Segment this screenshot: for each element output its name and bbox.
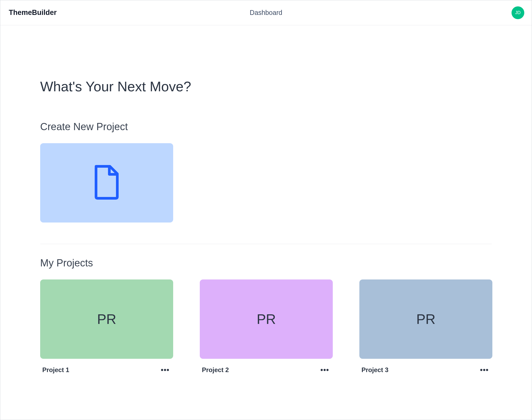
project-card[interactable]: PR bbox=[359, 279, 492, 359]
page-label: Dashboard bbox=[250, 9, 282, 17]
project-item: PR Project 2 ••• bbox=[200, 279, 333, 374]
project-badge: PR bbox=[97, 311, 116, 327]
more-icon: ••• bbox=[480, 368, 489, 372]
project-name: Project 2 bbox=[202, 366, 229, 374]
file-icon bbox=[93, 165, 120, 201]
project-item: PR Project 1 ••• bbox=[40, 279, 173, 374]
main-content: What's Your Next Move? Create New Projec… bbox=[0, 25, 532, 420]
project-badge: PR bbox=[257, 311, 276, 327]
project-name: Project 1 bbox=[42, 366, 69, 374]
my-projects-title: My Projects bbox=[40, 257, 492, 269]
project-card[interactable]: PR bbox=[200, 279, 333, 359]
more-icon: ••• bbox=[161, 368, 169, 372]
more-icon: ••• bbox=[321, 368, 329, 372]
project-badge: PR bbox=[416, 311, 435, 327]
user-avatar[interactable]: JD bbox=[512, 6, 524, 19]
project-card[interactable]: PR bbox=[40, 279, 173, 359]
app-title: ThemeBuilder bbox=[9, 9, 57, 17]
project-name: Project 3 bbox=[361, 366, 388, 374]
project-more-button[interactable]: ••• bbox=[479, 367, 490, 373]
projects-grid: PR Project 1 ••• PR Project 2 ••• bbox=[40, 279, 492, 374]
project-footer: Project 3 ••• bbox=[359, 366, 492, 374]
project-footer: Project 1 ••• bbox=[40, 366, 173, 374]
project-footer: Project 2 ••• bbox=[200, 366, 333, 374]
hero-title: What's Your Next Move? bbox=[40, 79, 492, 94]
app-header: ThemeBuilder Dashboard JD bbox=[0, 0, 532, 25]
project-more-button[interactable]: ••• bbox=[159, 367, 171, 373]
project-item: PR Project 3 ••• bbox=[359, 279, 492, 374]
create-section-title: Create New Project bbox=[40, 121, 492, 133]
project-more-button[interactable]: ••• bbox=[319, 367, 331, 373]
section-divider bbox=[40, 244, 492, 244]
create-new-project-card[interactable] bbox=[40, 143, 173, 223]
